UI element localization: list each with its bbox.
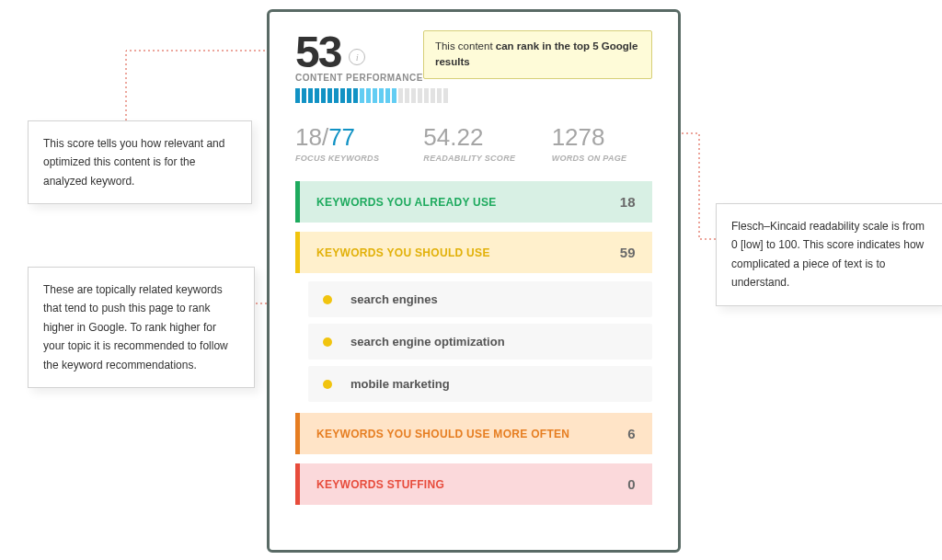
stat-focus-keywords: 18/77 FOCUS KEYWORDS <box>295 125 396 163</box>
progress-tick <box>379 88 384 103</box>
keyword-item-label: search engine optimization <box>350 335 505 349</box>
progress-tick <box>308 88 313 103</box>
progress-tick <box>347 88 351 103</box>
section-title: KEYWORDS YOU SHOULD USE <box>316 246 490 259</box>
keyword-dot-icon <box>323 380 332 389</box>
progress-tick <box>360 88 364 103</box>
keyword-list: search enginessearch engine optimization… <box>295 273 652 404</box>
section-keywords-should-use[interactable]: KEYWORDS YOU SHOULD USE 59 search engine… <box>295 232 652 404</box>
stat-readability: 54.22 READABILITY SCORE <box>423 125 523 163</box>
progress-bar <box>295 88 652 103</box>
progress-tick <box>398 88 403 103</box>
section-count: 6 <box>627 426 636 441</box>
section-keywords-already-use[interactable]: KEYWORDS YOU ALREADY USE 18 <box>295 181 652 223</box>
readability-value: 54.22 <box>423 125 523 149</box>
progress-tick <box>424 88 429 103</box>
keyword-item[interactable]: mobile marketing <box>308 366 652 402</box>
focus-keywords-total: 77 <box>328 123 355 151</box>
progress-tick <box>405 88 409 103</box>
readability-label: READABILITY SCORE <box>423 154 523 163</box>
stat-words: 1278 WORDS ON PAGE <box>552 125 652 163</box>
annotation-score-explainer: This score tells you how relevant and op… <box>28 120 252 204</box>
progress-tick <box>385 88 390 103</box>
progress-tick <box>340 88 345 103</box>
keyword-item[interactable]: search engines <box>308 281 652 317</box>
focus-keywords-label: FOCUS KEYWORDS <box>295 154 396 163</box>
keyword-dot-icon <box>323 337 332 347</box>
progress-tick <box>411 88 416 103</box>
section-count: 59 <box>620 245 636 260</box>
keyword-sections: KEYWORDS YOU ALREADY USE 18 KEYWORDS YOU… <box>295 181 652 505</box>
progress-tick <box>437 88 442 103</box>
stats-row: 18/77 FOCUS KEYWORDS 54.22 READABILITY S… <box>295 125 652 163</box>
section-title: KEYWORDS STUFFING <box>316 478 444 491</box>
keyword-item[interactable]: search engine optimization <box>308 324 652 360</box>
section-title: KEYWORDS YOU ALREADY USE <box>316 196 497 209</box>
score-row: 53 i CONTENT PERFORMANCE This content ca… <box>295 30 652 83</box>
section-count: 0 <box>627 476 636 492</box>
progress-tick <box>431 88 435 103</box>
words-value: 1278 <box>552 125 652 149</box>
progress-tick <box>366 88 371 103</box>
progress-tick <box>315 88 319 103</box>
annotation-keywords-explainer: These are topically related keywords tha… <box>28 267 255 388</box>
keyword-item-label: search engines <box>350 292 438 306</box>
focus-keywords-current: 18 <box>295 123 322 151</box>
progress-tick <box>353 88 358 103</box>
progress-tick <box>334 88 339 103</box>
progress-tick <box>327 88 332 103</box>
keyword-item-label: mobile marketing <box>350 377 450 391</box>
section-keywords-stuffing[interactable]: KEYWORDS STUFFING 0 <box>295 463 652 505</box>
progress-tick <box>321 88 326 103</box>
rank-hint-prefix: This content <box>435 40 493 51</box>
section-title: KEYWORDS YOU SHOULD USE MORE OFTEN <box>316 428 569 440</box>
info-icon[interactable]: i <box>349 49 365 65</box>
progress-tick <box>418 88 422 103</box>
words-label: WORDS ON PAGE <box>552 154 652 163</box>
rank-hint-tooltip: This content can rank in the top 5 Googl… <box>423 30 652 79</box>
section-keywords-use-more-often[interactable]: KEYWORDS YOU SHOULD USE MORE OFTEN 6 <box>295 413 652 454</box>
annotation-readability-explainer: Flesch–Kincaid readability scale is from… <box>716 203 942 306</box>
progress-tick <box>443 88 448 103</box>
content-performance-card: 53 i CONTENT PERFORMANCE This content ca… <box>267 9 681 553</box>
keyword-dot-icon <box>323 295 332 304</box>
section-count: 18 <box>620 194 636 210</box>
performance-score: 53 <box>295 30 340 74</box>
progress-tick <box>295 88 300 103</box>
progress-tick <box>373 88 377 103</box>
progress-tick <box>302 88 306 103</box>
performance-score-label: CONTENT PERFORMANCE <box>295 73 423 83</box>
progress-tick <box>392 88 396 103</box>
